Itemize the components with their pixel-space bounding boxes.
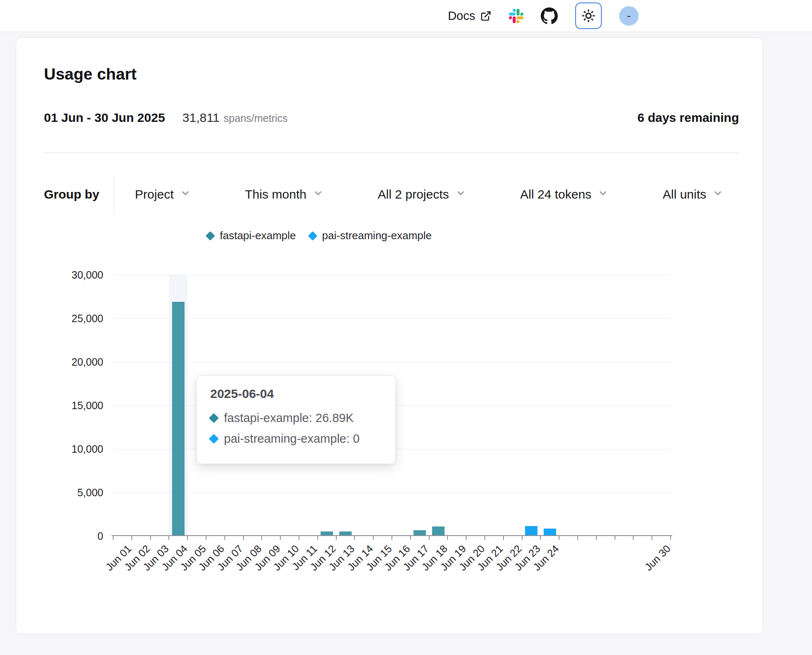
x-axis-tick	[577, 536, 578, 540]
x-axis-tick	[466, 536, 467, 540]
tooltip-series-row: pai-streaming-example: 0	[210, 428, 382, 449]
x-axis-tick	[113, 536, 114, 540]
sun-icon	[582, 9, 595, 22]
y-axis-label: 0	[16, 530, 103, 542]
x-axis-tick	[503, 536, 504, 540]
tooltip-date: 2025-06-04	[210, 387, 382, 401]
x-axis-tick	[224, 536, 225, 540]
chart-bar[interactable]	[432, 526, 445, 536]
x-axis-tick	[317, 536, 318, 540]
x-axis-tick	[652, 536, 652, 540]
x-axis-tick	[484, 536, 485, 540]
avatar-label: -	[627, 9, 631, 23]
github-icon[interactable]	[541, 7, 558, 24]
x-axis-tick	[261, 536, 262, 540]
tooltip-series-value: fastapi-example: 26.89K	[224, 408, 354, 428]
gridline	[113, 275, 671, 275]
x-axis-tick	[131, 536, 132, 540]
docs-label: Docs	[448, 9, 475, 23]
x-axis-tick	[429, 536, 430, 540]
x-axis-tick	[336, 536, 337, 540]
x-axis-label-text: Jun 30	[642, 543, 673, 573]
x-axis-tick	[670, 536, 671, 540]
chart-bar[interactable]	[525, 526, 537, 536]
chart-tooltip: 2025-06-04 fastapi-example: 26.89Kpai-st…	[197, 376, 396, 464]
x-axis-tick	[280, 536, 281, 540]
topbar-actions: Docs	[448, 0, 639, 32]
x-axis-tick	[559, 536, 559, 540]
x-axis-tick	[187, 536, 188, 540]
docs-link[interactable]: Docs	[448, 9, 491, 23]
top-navigation-bar: Docs	[0, 0, 812, 32]
avatar[interactable]: -	[619, 6, 639, 26]
series-diamond-icon	[209, 413, 219, 423]
x-axis-tick	[168, 536, 169, 540]
theme-toggle-button[interactable]	[575, 2, 602, 29]
x-axis-tick	[540, 536, 541, 540]
chart-bar[interactable]	[172, 302, 185, 536]
x-axis-tick	[243, 536, 244, 540]
x-axis-tick	[299, 536, 299, 540]
external-link-icon	[480, 10, 491, 22]
x-axis-tick	[391, 536, 392, 540]
x-axis-tick	[373, 536, 374, 540]
x-axis-tick	[633, 536, 634, 540]
x-axis-tick	[615, 536, 615, 540]
x-axis-tick	[354, 536, 355, 540]
usage-card: Usage chart 01 Jun - 30 Jun 2025 31,811 …	[16, 37, 763, 634]
x-axis-tick	[522, 536, 523, 540]
x-axis-tick	[596, 536, 597, 540]
slack-icon[interactable]	[509, 9, 523, 23]
y-axis-label: 10,000	[16, 443, 103, 455]
x-axis-tick	[150, 536, 151, 540]
x-axis-tick	[206, 536, 207, 540]
gridline	[113, 492, 671, 493]
y-axis-label: 15,000	[16, 399, 103, 412]
gridline	[113, 362, 671, 362]
y-axis-label: 25,000	[16, 312, 103, 325]
tooltip-items: fastapi-example: 26.89Kpai-streaming-exa…	[210, 408, 382, 449]
y-axis-label: 5,000	[16, 486, 103, 499]
gridline	[113, 318, 671, 319]
y-axis-label: 20,000	[16, 356, 103, 368]
x-axis-tick	[447, 536, 448, 540]
tooltip-series-value: pai-streaming-example: 0	[224, 428, 360, 449]
x-axis-tick	[410, 536, 411, 540]
usage-bar-chart: 05,00010,00015,00020,00025,00030,000Jun …	[16, 38, 763, 635]
tooltip-series-row: fastapi-example: 26.89K	[210, 408, 382, 428]
y-axis-label: 30,000	[16, 269, 103, 281]
series-diamond-icon	[209, 434, 219, 444]
